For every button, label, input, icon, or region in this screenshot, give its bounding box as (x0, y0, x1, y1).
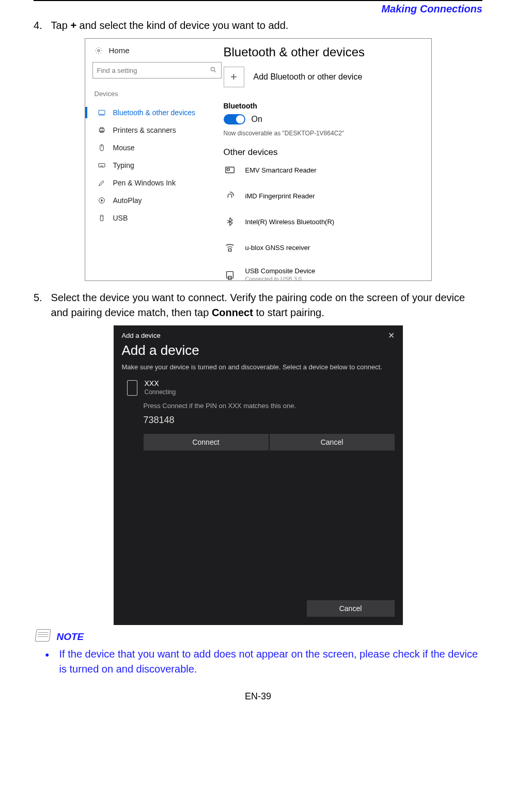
svg-rect-5 (99, 129, 104, 131)
close-icon[interactable]: ✕ (388, 331, 395, 340)
device-name: u-blox GNSS receiver (245, 244, 310, 252)
usb-icon (98, 214, 106, 222)
usb-device-icon (224, 269, 236, 281)
sidebar-item-autoplay[interactable]: AutoPlay (92, 192, 216, 209)
bluetooth-devices-icon (98, 108, 106, 117)
svg-rect-21 (227, 168, 229, 170)
connect-button[interactable]: Connect (144, 434, 269, 450)
search-input[interactable]: Find a setting (92, 62, 222, 79)
gnss-icon (224, 241, 236, 254)
bluetooth-heading: Bluetooth (224, 102, 423, 110)
device-name: Intel(R) Wireless Bluetooth(R) (245, 218, 335, 226)
note-text: If the device that you want to add does … (59, 647, 481, 677)
dialog-caption: Add a device (122, 332, 161, 339)
smartcard-icon (224, 164, 236, 176)
bullet-icon: ● (45, 649, 56, 660)
step-4-num: 4. (34, 18, 48, 33)
svg-rect-6 (100, 128, 103, 129)
add-device-button[interactable]: + Add Bluetooth or other device (224, 67, 423, 87)
autoplay-icon (98, 196, 106, 205)
phone-icon (127, 380, 137, 396)
note-label: NOTE (56, 631, 84, 642)
step-4-pre: Tap (51, 20, 71, 31)
sidebar-item-label: Pen & Windows Ink (113, 179, 176, 187)
home-icon (95, 46, 103, 55)
pin-code: 738148 (114, 410, 403, 434)
device-row[interactable]: USB Composite Device Connected to USB 3.… (224, 267, 423, 282)
svg-point-1 (211, 67, 214, 71)
footer-cancel-button[interactable]: Cancel (307, 600, 395, 617)
bluetooth-icon (224, 215, 236, 228)
step-4-plus: + (70, 20, 76, 31)
cancel-button[interactable]: Cancel (270, 434, 395, 450)
fingerprint-icon (224, 190, 236, 202)
panel-title: Bluetooth & other devices (224, 45, 423, 59)
pin-message: Press Connect if the PIN on XXX matches … (114, 402, 403, 410)
sidebar-item-printers[interactable]: Printers & scanners (92, 121, 216, 139)
svg-rect-23 (226, 271, 233, 278)
device-row[interactable]: EMV Smartcard Reader (224, 164, 423, 176)
dialog-title: Add a device (114, 342, 403, 363)
printer-icon (98, 126, 106, 134)
pen-icon (98, 179, 106, 187)
pairing-device-name: XXX (145, 379, 176, 387)
svg-rect-22 (228, 249, 231, 252)
add-device-dialog: Add a device ✕ Add a device Make sure yo… (114, 325, 403, 625)
page-number: EN-39 (34, 691, 482, 702)
step-5-post: to start pairing. (253, 307, 324, 318)
device-row[interactable]: Intel(R) Wireless Bluetooth(R) (224, 215, 423, 228)
sidebar-item-label: USB (113, 214, 128, 222)
sidebar-item-bluetooth[interactable]: Bluetooth & other devices (92, 104, 216, 121)
discoverable-text: Now discoverable as "DESKTOP-1V864C2" (224, 130, 423, 137)
settings-home-label: Home (109, 46, 130, 55)
sidebar-item-label: Printers & scanners (113, 126, 176, 134)
sidebar-item-label: Bluetooth & other devices (113, 108, 196, 117)
device-row[interactable]: iMD Fingerprint Reader (224, 190, 423, 202)
search-icon (210, 66, 217, 75)
step-5: 5. Select the device you want to connect… (34, 290, 482, 320)
sidebar-item-label: AutoPlay (113, 196, 142, 205)
sidebar-item-usb[interactable]: USB (92, 209, 216, 227)
device-sub: Connected to USB 3.0 (245, 276, 316, 282)
svg-line-2 (214, 70, 215, 72)
mouse-icon (98, 144, 106, 152)
step-5-bold: Connect (212, 307, 253, 318)
keyboard-icon (98, 161, 106, 169)
svg-rect-10 (99, 164, 105, 167)
sidebar-item-label: Typing (113, 161, 134, 169)
sidebar-item-label: Mouse (113, 144, 135, 152)
settings-screenshot: Home Find a setting Devices Bluetooth & … (85, 38, 432, 281)
step-4-post: and select the kind of device you want t… (76, 20, 288, 31)
svg-point-0 (98, 50, 100, 52)
settings-home[interactable]: Home (95, 46, 216, 55)
pairing-device-status: Connecting (145, 388, 176, 396)
svg-rect-3 (99, 110, 105, 114)
svg-marker-16 (101, 199, 103, 201)
sidebar-item-typing[interactable]: Typing (92, 157, 216, 174)
section-devices: Devices (95, 90, 216, 98)
plus-icon: + (224, 67, 244, 87)
device-name: USB Composite Device (245, 267, 316, 275)
page-header: Making Connections (34, 3, 482, 15)
dialog-description: Make sure your device is turned on and d… (114, 363, 403, 379)
bluetooth-state: On (252, 115, 262, 124)
step-4: 4. Tap + and select the kind of device y… (34, 18, 482, 33)
pairing-device[interactable]: XXX Connecting (114, 379, 403, 399)
add-device-label: Add Bluetooth or other device (254, 72, 363, 82)
step-5-num: 5. (34, 290, 48, 305)
device-name: iMD Fingerprint Reader (245, 192, 315, 200)
other-devices-heading: Other devices (224, 147, 423, 158)
sidebar-item-pen[interactable]: Pen & Windows Ink (92, 174, 216, 192)
bluetooth-toggle[interactable] (224, 114, 245, 124)
search-placeholder: Find a setting (97, 67, 137, 74)
sidebar-item-mouse[interactable]: Mouse (92, 139, 216, 157)
note-bullet: ● If the device that you want to add doe… (45, 647, 482, 677)
note-icon (34, 628, 52, 643)
device-row[interactable]: u-blox GNSS receiver (224, 241, 423, 254)
svg-rect-17 (100, 215, 103, 221)
device-name: EMV Smartcard Reader (245, 166, 317, 174)
